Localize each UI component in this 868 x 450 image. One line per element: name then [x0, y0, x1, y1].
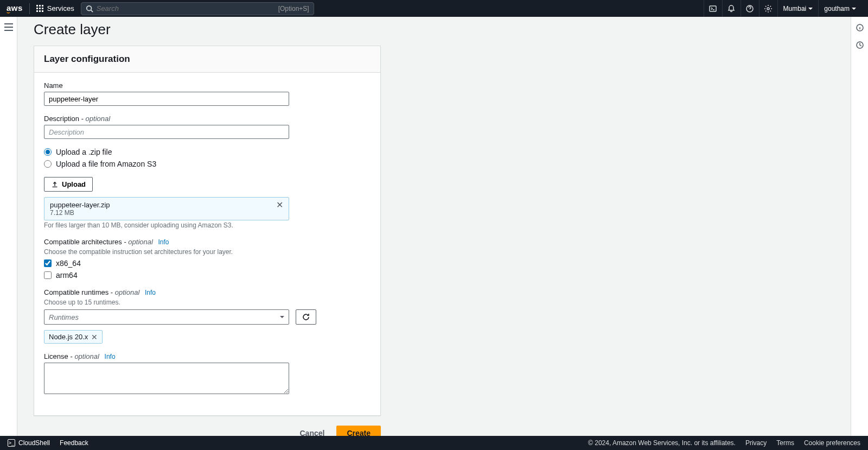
refresh-icon — [302, 313, 310, 321]
x86-checkbox[interactable] — [44, 259, 52, 267]
upload-button-label: Upload — [62, 180, 86, 188]
name-input[interactable] — [44, 92, 289, 106]
create-button[interactable]: Create — [336, 426, 381, 436]
main-content: Create layer Layer configuration Name De… — [17, 17, 851, 436]
nav-separator — [29, 3, 30, 14]
form-actions: Cancel Create — [34, 426, 381, 436]
panel-title: Layer configuration — [44, 54, 371, 65]
file-size: 7.12 MB — [50, 209, 110, 217]
runtime-token: Node.js 20.x ✕ — [44, 330, 103, 344]
file-hint: For files larger than 10 MB, consider up… — [44, 221, 371, 229]
caret-down-icon — [280, 316, 284, 318]
svg-point-4 — [767, 8, 769, 10]
upload-icon — [51, 181, 59, 188]
file-chosen: puppeteer-layer.zip 7.12 MB ✕ — [44, 197, 289, 220]
runtimes-placeholder: Runtimes — [49, 313, 79, 321]
search-box[interactable]: [Option+S] — [81, 2, 314, 15]
arm64-checkbox[interactable] — [44, 271, 52, 279]
cancel-button[interactable]: Cancel — [294, 426, 330, 436]
settings-icon[interactable] — [759, 0, 777, 17]
runtimes-select[interactable]: Runtimes — [44, 309, 289, 325]
arch-info-link[interactable]: Info — [158, 238, 169, 246]
svg-point-0 — [86, 5, 91, 10]
x86-label: x86_64 — [56, 259, 81, 268]
arm64-label: arm64 — [56, 271, 78, 280]
upload-zip-radio[interactable] — [44, 148, 52, 156]
arch-label: Compatible architectures - optional Info — [44, 238, 371, 246]
left-rail — [0, 17, 17, 436]
license-info-link[interactable]: Info — [105, 353, 116, 360]
search-input[interactable] — [97, 4, 278, 12]
file-name: puppeteer-layer.zip — [50, 201, 110, 209]
global-nav: aws ⌣ Services [Option+S] Mumbai goutham — [0, 0, 868, 17]
services-label: Services — [47, 4, 74, 12]
user-menu[interactable]: goutham — [818, 0, 861, 17]
svg-line-1 — [91, 10, 93, 12]
upload-zip-label: Upload a .zip file — [56, 148, 112, 156]
region-label: Mumbai — [783, 5, 807, 12]
search-icon — [86, 5, 93, 12]
tools-panel-icon[interactable] — [856, 41, 864, 49]
info-panel-icon[interactable] — [856, 23, 864, 32]
runtime-token-label: Node.js 20.x — [49, 333, 88, 341]
refresh-runtimes-button[interactable] — [296, 309, 316, 325]
right-rail — [851, 17, 868, 436]
region-selector[interactable]: Mumbai — [777, 0, 819, 17]
grid-icon — [36, 5, 44, 12]
upload-button[interactable]: Upload — [44, 177, 93, 192]
caret-down-icon — [808, 8, 813, 10]
notifications-icon[interactable] — [722, 0, 741, 17]
remove-file-icon[interactable]: ✕ — [276, 201, 283, 210]
description-input[interactable] — [44, 125, 289, 139]
user-label: goutham — [824, 5, 850, 12]
arch-hint: Choose the compatible instruction set ar… — [44, 248, 371, 256]
hamburger-icon[interactable] — [4, 23, 13, 31]
cloudshell-icon[interactable] — [704, 0, 722, 17]
description-label: Description - optional — [44, 115, 371, 123]
help-icon[interactable] — [741, 0, 759, 17]
runtimes-hint: Choose up to 15 runtimes. — [44, 299, 371, 306]
upload-s3-radio[interactable] — [44, 160, 52, 168]
layer-config-panel: Layer configuration Name Description - o… — [34, 46, 381, 416]
upload-s3-label: Upload a file from Amazon S3 — [56, 160, 156, 168]
name-label: Name — [44, 81, 371, 90]
remove-runtime-icon[interactable]: ✕ — [91, 333, 98, 341]
runtimes-label: Compatible runtimes - optional Info — [44, 288, 371, 296]
license-textarea[interactable] — [44, 363, 289, 394]
page-title: Create layer — [34, 21, 851, 38]
services-menu[interactable]: Services — [36, 4, 74, 12]
caret-down-icon — [852, 8, 856, 10]
runtimes-info-link[interactable]: Info — [145, 289, 156, 296]
search-shortcut: [Option+S] — [278, 5, 309, 12]
license-label: License - optional Info — [44, 352, 371, 360]
aws-logo[interactable]: aws ⌣ — [7, 3, 23, 14]
panel-header: Layer configuration — [34, 46, 380, 73]
